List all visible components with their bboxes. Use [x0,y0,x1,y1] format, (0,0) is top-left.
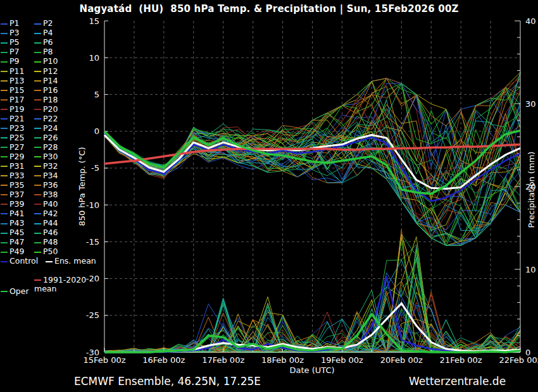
date-tick-label: 18Feb 00z [261,355,304,365]
date-tick-label: 22Feb 00z [499,355,538,365]
date-tick-label: 19Feb 00z [321,355,363,365]
temp-tick-label: -20 [86,274,99,283]
temp-tick-label: -5 [91,163,99,173]
footer-model-info: ECMWF Ensemble, 46.25N, 17.25E [74,375,261,388]
precip-tick-label: 30 [525,99,536,109]
precip-tick-label: 20 [525,182,536,192]
date-tick-label: 21Feb 00z [440,355,482,365]
temp-tick-label: 5 [94,90,99,99]
date-tick-label: 20Feb 00z [380,355,423,365]
date-tick-label: 15Feb 00z [83,355,125,365]
temp-tick-label: 15 [89,16,99,26]
chart-canvas: 850 hPa Temp. (°C) Precipitation (mm) Da… [0,0,538,392]
precip-tick-label: 40 [525,16,536,26]
ensemble-chart-page: Nagyatád (HU) 850 hPa Temp. & Precipitat… [0,0,538,392]
footer-brand: Wetterzentrale.de [409,375,506,388]
date-tick-label: 17Feb 00z [202,355,244,365]
x-axis-title: Date (UTC) [289,365,334,375]
precip-tick-label: 10 [525,265,536,274]
y-axis-title-left: 850 hPa Temp. (°C) [77,147,87,226]
temp-tick-label: 0 [94,126,99,136]
temp-tick-label: -15 [86,237,99,247]
temp-tick-label: -25 [86,310,99,320]
temp-tick-label: -10 [86,200,99,210]
date-tick-label: 16Feb 00z [142,355,185,365]
temp-tick-label: 10 [89,53,99,63]
